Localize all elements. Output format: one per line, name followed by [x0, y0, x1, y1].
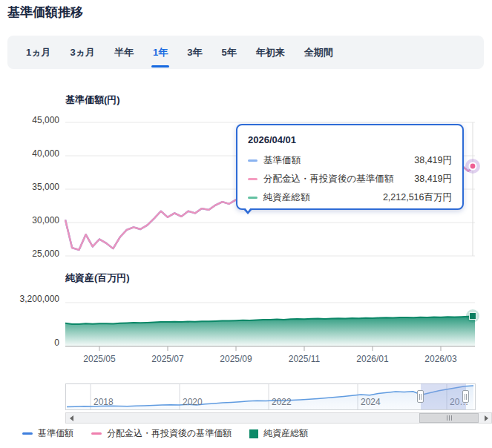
price-point-marker	[470, 164, 476, 169]
series-dash-icon	[248, 197, 258, 199]
price-chart-title: 基準価額(円)	[65, 93, 120, 107]
scrollbar-thumb[interactable]	[419, 413, 479, 423]
legend-item-2[interactable]: 純資産総額	[249, 427, 308, 440]
tooltip-series-label: 純資産総額	[263, 191, 383, 204]
legend-item-1[interactable]: 分配金込・再投資後の基準価額	[91, 427, 232, 440]
tooltip-row-2: 純資産総額2,212,516百万円	[248, 188, 452, 207]
legend-square-icon	[249, 429, 258, 438]
tooltip-series-label: 基準価額	[263, 154, 414, 167]
tooltip-series-label: 分配金込・再投資後の基準価額	[263, 173, 414, 185]
navigator-right-handle-icon[interactable]	[462, 390, 469, 403]
scroll-right-arrow-icon[interactable]	[481, 413, 491, 423]
legend-label: 分配金込・再投資後の基準価額	[107, 427, 232, 440]
tooltip-row-1: 分配金込・再投資後の基準価額38,419円	[248, 170, 452, 188]
tooltip-rows: 基準価額38,419円分配金込・再投資後の基準価額38,419円純資産総額2,2…	[248, 151, 452, 207]
navigator-left-handle-icon[interactable]	[417, 390, 424, 403]
tooltip-series-value: 2,212,516百万円	[383, 191, 452, 204]
legend-dash-icon	[22, 432, 33, 435]
series-dash-icon	[248, 178, 258, 180]
chart-legend: 基準価額分配金込・再投資後の基準価額純資産総額	[22, 427, 308, 440]
tooltip-series-value: 38,419円	[414, 154, 452, 167]
tooltip-row-0: 基準価額38,419円	[248, 151, 452, 170]
asset-chart-title: 純資産(百万円)	[65, 271, 130, 285]
series-dash-icon	[248, 159, 258, 162]
charts-canvas[interactable]	[0, 0, 492, 448]
navigator-selection[interactable]	[421, 383, 466, 409]
legend-dash-icon	[91, 432, 102, 435]
asset-area-fill	[65, 316, 475, 346]
scroll-left-arrow-icon[interactable]	[66, 413, 76, 423]
legend-label: 基準価額	[38, 427, 73, 440]
tooltip-series-value: 38,419円	[414, 173, 452, 185]
legend-label: 純資産総額	[263, 427, 308, 440]
tooltip-date: 2026/04/01	[248, 134, 452, 145]
asset-point-marker	[470, 313, 476, 320]
legend-item-0[interactable]: 基準価額	[22, 427, 73, 440]
price-history-panel: 基準価額推移 1ヵ月3ヵ月半年1年3年5年年初来全期間 基準価額(円) 純資産(…	[0, 0, 492, 448]
chart-tooltip: 2026/04/01 基準価額38,419円分配金込・再投資後の基準価額38,4…	[236, 124, 464, 210]
navigator-scrollbar[interactable]	[65, 412, 492, 424]
